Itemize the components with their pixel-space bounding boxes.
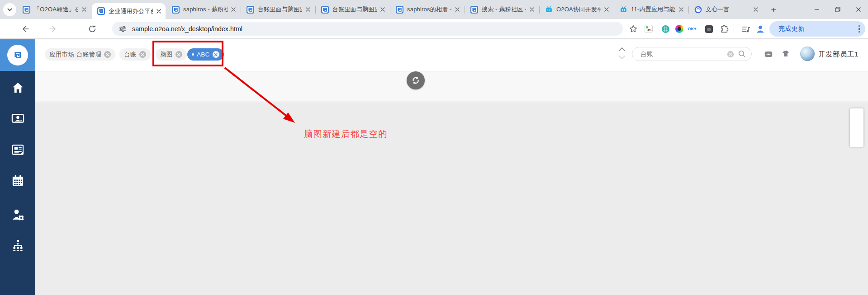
- browser-tab[interactable]: 文心一言: [689, 0, 763, 19]
- media-toolbar-button[interactable]: [740, 24, 750, 34]
- chat-icon: [764, 49, 773, 59]
- app-tab-chip-active[interactable]: ABC: [187, 48, 224, 61]
- user-avatar[interactable]: [800, 47, 815, 61]
- chip-label: 应用市场-台账管理: [49, 51, 101, 59]
- chip-label: 脑图: [160, 51, 173, 59]
- refresh-button[interactable]: [407, 71, 425, 89]
- o2oa-favicon-icon: [247, 6, 254, 14]
- browser-tab[interactable]: 搜索 - 藕粉社区 -: [465, 0, 539, 19]
- window-minimize-button[interactable]: [808, 0, 826, 19]
- browser-tab[interactable]: saphiros的相册 -: [390, 0, 464, 19]
- search-icon[interactable]: [738, 50, 746, 58]
- browser-tab[interactable]: O2OA协同开发平: [540, 0, 613, 19]
- sidebar-item-home[interactable]: [0, 77, 35, 98]
- tab-close-icon[interactable]: [602, 5, 611, 14]
- browser-tab-active[interactable]: 企业通用办公平台: [92, 3, 166, 19]
- o2oa-logo-button[interactable]: [0, 39, 35, 71]
- minimize-icon: [814, 7, 820, 12]
- o2oa-favicon-icon: [172, 6, 180, 14]
- browser-menu-icon[interactable]: [859, 25, 860, 33]
- extensions-menu-button[interactable]: [719, 24, 729, 34]
- reload-button[interactable]: [87, 23, 98, 34]
- back-button[interactable]: [20, 23, 31, 34]
- search-input[interactable]: [640, 51, 717, 58]
- tab-close-icon[interactable]: [677, 5, 685, 14]
- tab-title: saphiros - 藕粉社: [183, 5, 228, 14]
- new-tab-button[interactable]: +: [767, 3, 780, 16]
- browser-tab[interactable]: saphiros - 藕粉社: [166, 0, 240, 19]
- tab-separator: [688, 6, 689, 14]
- sidebar-item-news[interactable]: [0, 139, 35, 160]
- chip-close-icon[interactable]: [104, 51, 111, 58]
- bilibili-favicon-icon: [545, 6, 553, 14]
- tab-title: 企业通用办公平台: [109, 7, 153, 15]
- puzzle-icon: [720, 24, 729, 33]
- browser-tab[interactable]: 台账里面与脑图里: [316, 0, 389, 19]
- shirt-icon: [781, 49, 791, 59]
- header-collapse-toggle[interactable]: [618, 46, 626, 60]
- app-tab-chip[interactable]: 应用市场-台账管理: [45, 48, 115, 61]
- toolbar-band: [35, 71, 868, 102]
- browser-address-bar: JS OK+ 完成更新: [0, 19, 868, 39]
- tab-close-icon[interactable]: [155, 7, 163, 15]
- browser-tab[interactable]: 11-内置应用与能: [614, 0, 688, 19]
- screen: 「O2OA翱途」在 企业通用办公平台 saphiros - 藕粉社 台账里面与脑…: [0, 0, 868, 295]
- message-button[interactable]: [763, 49, 774, 60]
- browser-tab[interactable]: 「O2OA翱途」在: [17, 0, 91, 19]
- media-list-icon: [741, 24, 750, 34]
- tab-close-icon[interactable]: [304, 5, 312, 14]
- tab-close-icon[interactable]: [229, 5, 237, 14]
- search-clear-icon[interactable]: [727, 51, 734, 58]
- sidebar-item-calendar[interactable]: [0, 170, 35, 191]
- app-tab-chip[interactable]: 脑图: [156, 48, 187, 61]
- window-restore-button[interactable]: [829, 0, 847, 19]
- tab-separator: [614, 6, 614, 14]
- tab-title: 台账里面与脑图里: [258, 5, 302, 14]
- browser-tab-strip: 「O2OA翱途」在 企业通用办公平台 saphiros - 藕粉社 台账里面与脑…: [0, 0, 868, 19]
- chip-close-icon[interactable]: [213, 51, 219, 58]
- mindmap-empty-canvas[interactable]: [35, 103, 868, 295]
- chip-label: 台账: [124, 51, 137, 59]
- tab-close-icon[interactable]: [80, 5, 88, 14]
- extension-colorwheel-icon[interactable]: [674, 24, 684, 34]
- o2oa-favicon-icon: [470, 6, 478, 14]
- app-tab-chip[interactable]: 台账: [119, 48, 151, 61]
- browser-profile-button[interactable]: [755, 24, 765, 34]
- tab-close-icon[interactable]: [528, 5, 536, 14]
- reload-icon: [88, 24, 97, 33]
- update-label: 完成更新: [778, 25, 805, 33]
- sidebar-item-personal-settings[interactable]: [0, 204, 35, 225]
- omnibox[interactable]: [112, 22, 623, 36]
- window-close-button[interactable]: [849, 0, 868, 19]
- tab-close-icon[interactable]: [752, 5, 760, 14]
- scrollbar-thumb[interactable]: [850, 108, 863, 147]
- sidebar-item-org[interactable]: [0, 235, 35, 256]
- annotation-text: 脑图新建后都是空的: [304, 128, 388, 140]
- chrome-update-button[interactable]: 完成更新: [769, 21, 865, 37]
- tab-search-button[interactable]: [3, 3, 16, 16]
- extension-dark-icon[interactable]: [704, 24, 714, 34]
- personal-settings-icon: [11, 208, 25, 222]
- app-search-box[interactable]: [632, 47, 752, 61]
- site-info-icon[interactable]: [119, 25, 127, 33]
- extension-js-icon[interactable]: JS: [644, 24, 654, 34]
- chevron-down-icon: [7, 7, 13, 13]
- forward-button[interactable]: [47, 23, 58, 34]
- extension-ok-icon[interactable]: OK+: [687, 24, 697, 34]
- chip-close-icon[interactable]: [139, 51, 146, 58]
- bookmark-star-button[interactable]: [628, 24, 638, 34]
- o2oa-favicon-icon: [321, 6, 329, 14]
- extension-knot-icon[interactable]: [660, 24, 670, 34]
- browser-tab[interactable]: 台账里面与脑图里: [241, 0, 315, 19]
- tab-close-icon[interactable]: [453, 5, 461, 14]
- theme-button[interactable]: [780, 49, 791, 60]
- tab-close-icon[interactable]: [379, 5, 387, 14]
- url-input[interactable]: [132, 25, 584, 33]
- tab-separator: [241, 6, 241, 14]
- close-icon: [856, 7, 861, 12]
- user-name[interactable]: 开发部员工1: [818, 50, 859, 59]
- sidebar-item-meeting[interactable]: [0, 108, 35, 129]
- tab-title: 搜索 - 藕粉社区 -: [482, 5, 526, 14]
- chip-close-icon[interactable]: [175, 51, 182, 58]
- restore-icon: [835, 7, 840, 12]
